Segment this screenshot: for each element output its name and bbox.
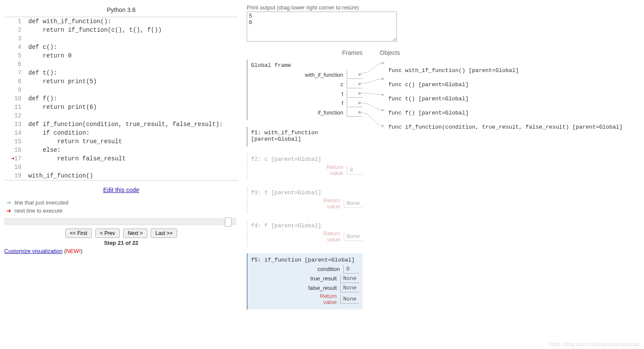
code-title: Python 3.6 <box>4 6 238 13</box>
legend-next-line: ➔ next line to execute <box>4 208 238 214</box>
objects-header: Objects <box>380 49 640 56</box>
code-line: 8 return print(5) <box>4 77 238 86</box>
line-number: 18 <box>11 163 25 171</box>
first-button[interactable]: << First <box>65 229 92 238</box>
code-text: def c(): <box>25 43 57 51</box>
code-text <box>25 60 28 69</box>
code-area: 1def with_if_function():2 return if_func… <box>4 17 238 181</box>
code-text: return false_result <box>25 154 126 163</box>
last-button[interactable]: Last >> <box>151 229 177 238</box>
frame-f5: f5: if_function [parent=Global] conditio… <box>247 253 363 310</box>
line-number: 2 <box>11 26 25 34</box>
code-text: return print(6) <box>25 103 97 111</box>
code-line: 4def c(): <box>4 43 238 51</box>
line-number: 4 <box>11 43 25 51</box>
code-line: 15 return true_result <box>4 137 238 146</box>
line-number: 7 <box>11 69 25 77</box>
line-number: 1 <box>11 17 25 26</box>
object-item: func t() [parent=Global] <box>388 96 640 102</box>
code-line: ➔17 return false_result <box>4 154 238 163</box>
object-item: func with_if_function() [parent=Global] <box>388 67 640 74</box>
legend-just-executed: ➔ line that just executed <box>4 199 238 206</box>
pointer-arrows-icon <box>360 60 390 137</box>
line-number: 10 <box>11 94 25 103</box>
global-frame: Global frame with_if_function c t f if_f… <box>247 60 363 120</box>
visualization-panel: Print output (drag lower right corner to… <box>247 4 640 316</box>
arrow-right-icon: ➔ <box>4 208 13 214</box>
customize-link[interactable]: Customize visualization <box>4 248 63 254</box>
code-text: return true_result <box>25 137 122 146</box>
line-number: 9 <box>11 86 25 94</box>
code-line: 7def t(): <box>4 69 238 77</box>
line-number: 8 <box>11 77 25 86</box>
code-panel: Python 3.6 1def with_if_function():2 ret… <box>4 4 238 316</box>
line-number: 6 <box>11 60 25 69</box>
code-line: 3 <box>4 34 238 43</box>
code-line: 16 else: <box>4 146 238 154</box>
frame-f3: f3: t [parent=Global] Return value None <box>247 187 363 214</box>
code-line: 10def f(): <box>4 94 238 103</box>
frame-f1: f1: with_if_function [parent=Global] <box>247 127 363 147</box>
code-text <box>25 86 28 94</box>
line-number: 19 <box>11 171 25 180</box>
print-output[interactable]: 5 6 <box>247 12 397 42</box>
code-text <box>25 163 28 171</box>
frame-f4: f4: f [parent=Global] Return value None <box>247 220 363 247</box>
step-slider[interactable] <box>4 218 236 225</box>
code-line: 5 return 0 <box>4 51 238 60</box>
line-number: 15 <box>11 137 25 146</box>
code-line: 9 <box>4 86 238 94</box>
code-line: 12 <box>4 111 238 120</box>
code-text: def if_function(condition, true_result, … <box>25 120 223 129</box>
next-button[interactable]: Next > <box>123 229 148 238</box>
next-line-arrow-icon: ➔ <box>5 154 15 163</box>
frames-header: Frames <box>247 49 380 56</box>
code-text <box>25 34 28 43</box>
code-text: with_if_function() <box>25 171 93 180</box>
code-line: 14 if condition: <box>4 129 238 137</box>
frame-f2: f2: c [parent=Global] Return value 0 <box>247 153 363 180</box>
code-line: 11 return print(6) <box>4 103 238 111</box>
line-number: 5 <box>11 51 25 60</box>
code-line: 19with_if_function() <box>4 171 238 181</box>
code-line: 13def if_function(condition, true_result… <box>4 120 238 129</box>
objects-column: func with_if_function() [parent=Global] … <box>363 60 640 138</box>
code-line: 6 <box>4 60 238 69</box>
object-item: func if_function(condition, true_result,… <box>388 124 640 130</box>
code-line: 2 return if_function(c(), t(), f()) <box>4 26 238 34</box>
code-text <box>25 111 28 120</box>
code-text: return if_function(c(), t(), f()) <box>25 26 162 34</box>
code-text: else: <box>25 146 61 154</box>
step-counter: Step 21 of 22 <box>4 240 238 246</box>
edit-code-link[interactable]: Edit this code <box>103 187 139 193</box>
object-item: func c() [parent=Global] <box>388 81 640 88</box>
prev-button[interactable]: < Prev <box>95 229 120 238</box>
code-text: return print(5) <box>25 77 97 86</box>
frames-column: Global frame with_if_function c t f if_f… <box>247 60 363 316</box>
code-text: def t(): <box>25 69 57 77</box>
slider-thumb[interactable] <box>225 217 232 227</box>
code-text: def f(): <box>25 94 57 103</box>
line-number: 12 <box>11 111 25 120</box>
line-number: 16 <box>11 146 25 154</box>
code-line: 18 <box>4 163 238 171</box>
line-number: 13 <box>11 120 25 129</box>
code-line: 1def with_if_function(): <box>4 17 238 26</box>
code-text: return 0 <box>25 51 72 60</box>
line-number: 3 <box>11 34 25 43</box>
object-item: func f() [parent=Global] <box>388 110 640 116</box>
code-text: def with_if_function(): <box>25 17 111 26</box>
print-output-label: Print output (drag lower right corner to… <box>247 4 640 11</box>
code-text: if condition: <box>25 129 90 137</box>
line-number: 14 <box>11 129 25 137</box>
arrow-right-icon: ➔ <box>4 199 13 206</box>
line-number: 11 <box>11 103 25 111</box>
new-badge: NEW! <box>66 248 81 254</box>
